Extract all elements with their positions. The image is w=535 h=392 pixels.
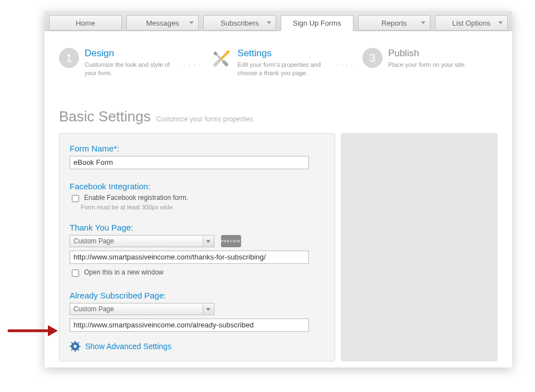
step-number: 1 <box>59 48 79 68</box>
tab-list-options[interactable]: List Options <box>435 15 508 31</box>
already-subscribed-url-input[interactable] <box>70 318 309 332</box>
svg-point-6 <box>73 345 76 347</box>
show-advanced-settings-label: Show Advanced Settings <box>85 342 171 351</box>
step-separator: ···· <box>183 60 203 69</box>
tab-home[interactable]: Home <box>49 15 122 31</box>
svg-rect-7 <box>75 341 76 342</box>
show-advanced-settings-link[interactable]: Show Advanced Settings <box>70 341 325 352</box>
svg-rect-11 <box>71 342 72 344</box>
svg-rect-13 <box>71 349 72 351</box>
form-name-label: Form Name*: <box>70 144 325 153</box>
chevron-down-icon <box>267 22 271 24</box>
already-subscribed-label: Already Subscribed Page: <box>70 291 325 300</box>
step-design: 1 Design Customize the look and style of… <box>59 48 176 77</box>
thank-you-page-select[interactable]: Custom Page <box>70 235 214 247</box>
tab-label: Messages <box>146 19 179 27</box>
step-settings: Settings Edit your form's properties and… <box>210 48 330 77</box>
facebook-enable-label: Enable Facebook registration form. <box>84 194 188 202</box>
svg-rect-10 <box>79 346 81 347</box>
step-description: Place your form on your site. <box>388 61 466 69</box>
svg-rect-9 <box>70 346 71 347</box>
app-window: Home Messages Subscribers Sign Up Forms … <box>45 11 512 367</box>
svg-rect-2 <box>213 60 220 67</box>
section-title: Basic Settings <box>59 108 151 125</box>
chevron-down-icon <box>498 22 503 24</box>
step-settings-link[interactable]: Settings <box>238 48 330 59</box>
page-content: 1 Design Customize the look and style of… <box>45 31 512 371</box>
tab-label: List Options <box>452 19 490 27</box>
chevron-down-icon <box>421 22 425 24</box>
tab-label: Reports <box>381 19 407 27</box>
open-new-window-checkbox[interactable] <box>72 270 79 277</box>
already-subscribed-select[interactable]: Custom Page <box>70 303 214 315</box>
tab-reports[interactable]: Reports <box>358 15 431 31</box>
facebook-enable-checkbox[interactable] <box>72 195 79 202</box>
section-header: Basic Settings Customize your forms prop… <box>59 108 498 125</box>
open-new-window-row: Open this in a new window <box>70 268 325 278</box>
form-row: Form Name*: Facebook Integration: Enable… <box>59 133 498 361</box>
main-tabstrip: Home Messages Subscribers Sign Up Forms … <box>45 11 512 31</box>
tools-icon <box>210 48 232 70</box>
form-preview-sidebar <box>341 133 498 361</box>
open-new-window-label: Open this in a new window <box>84 268 164 276</box>
section-subtitle: Customize your forms properties. <box>156 115 255 123</box>
select-value: Custom Page <box>73 237 114 245</box>
gear-icon <box>70 341 81 352</box>
tab-label: Home <box>76 19 95 27</box>
form-name-input[interactable] <box>70 156 309 169</box>
step-separator: ···· <box>336 60 356 69</box>
step-publish-title: Publish <box>388 48 466 59</box>
tab-label: Subscribers <box>220 19 259 27</box>
facebook-enable-row: Enable Facebook registration form. <box>70 194 325 204</box>
wizard-steps: 1 Design Customize the look and style of… <box>59 48 498 77</box>
svg-rect-8 <box>75 350 76 351</box>
svg-rect-12 <box>78 342 80 344</box>
step-publish: 3 Publish Place your form on your site. <box>362 48 466 69</box>
basic-settings-card: Form Name*: Facebook Integration: Enable… <box>59 133 335 361</box>
step-description: Customize the look and style of your for… <box>85 61 176 77</box>
facebook-enable-note: Form must be at least 300px wide. <box>81 204 325 210</box>
facebook-integration-label: Facebook Integration: <box>70 182 325 191</box>
tab-messages[interactable]: Messages <box>126 15 199 31</box>
svg-rect-14 <box>78 349 80 351</box>
thank-you-url-input[interactable] <box>70 251 309 264</box>
step-design-link[interactable]: Design <box>85 48 176 59</box>
chevron-down-icon <box>189 22 194 24</box>
step-description: Edit your form's properties and choose a… <box>238 61 330 77</box>
tab-sign-up-forms[interactable]: Sign Up Forms <box>281 15 354 31</box>
step-number: 3 <box>362 48 382 68</box>
tab-label: Sign Up Forms <box>293 19 341 27</box>
select-value: Custom Page <box>73 305 114 313</box>
thank-you-page-label: Thank You Page: <box>70 223 325 232</box>
tab-subscribers[interactable]: Subscribers <box>203 15 276 31</box>
preview-label: PREVIEW <box>221 239 240 243</box>
preview-button[interactable]: PREVIEW <box>221 235 241 247</box>
